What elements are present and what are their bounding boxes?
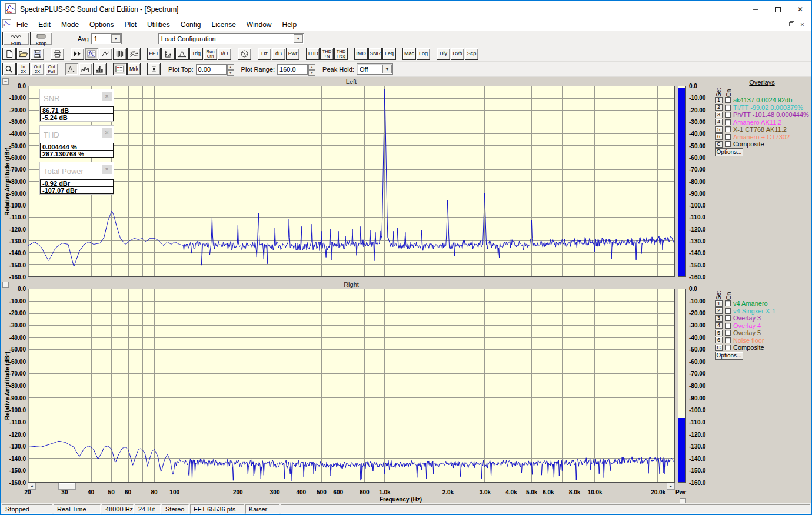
trigger-button[interactable]: Trig	[189, 48, 203, 60]
scope-button[interactable]: Scp	[465, 48, 478, 60]
plot-step-style-button[interactable]	[79, 63, 92, 75]
units-hz-button[interactable]: Hz	[258, 48, 271, 60]
marker-button[interactable]: Mrk	[127, 63, 141, 75]
menu-license[interactable]: License	[206, 19, 241, 31]
print-button[interactable]	[51, 48, 64, 60]
overlay-set-button-5[interactable]: 5	[715, 126, 723, 133]
menu-file[interactable]: File	[11, 19, 33, 31]
menu-mode[interactable]: Mode	[56, 19, 84, 31]
right-overlays-options-button[interactable]: Options...	[715, 352, 743, 360]
zoom-out-2x-button[interactable]: Out2X	[31, 63, 44, 75]
plot-range-input[interactable]: 160.0	[277, 64, 308, 75]
overlay-set-button-5[interactable]: 5	[715, 330, 723, 336]
snr-button[interactable]: SNR	[368, 48, 382, 60]
signal-generator-button[interactable]	[238, 48, 251, 60]
overlay-set-button-3[interactable]: 3	[715, 315, 723, 322]
power-button[interactable]: Pwr	[286, 48, 299, 60]
overlay-set-button-2[interactable]: 2	[715, 104, 723, 111]
mdi-restore-button[interactable]	[786, 19, 797, 30]
menu-plot[interactable]: Plot	[119, 19, 142, 31]
macro-button[interactable]: Mac	[402, 48, 416, 60]
close-icon[interactable]: ✕	[102, 165, 112, 174]
plot-bar-style-button[interactable]	[93, 63, 107, 75]
menu-options[interactable]: Options	[84, 19, 119, 31]
close-icon[interactable]: ✕	[102, 128, 112, 138]
overlay-on-checkbox-6[interactable]	[725, 134, 731, 140]
zoom-out-full-button[interactable]: OutFull	[45, 63, 58, 75]
stop-button[interactable]: Stop	[30, 32, 52, 45]
overlay-on-checkbox-C[interactable]	[725, 141, 731, 147]
save-button[interactable]	[31, 48, 44, 60]
fast-forward-button[interactable]	[71, 48, 84, 60]
plot-range-spinner[interactable]: ▲▼	[308, 64, 315, 75]
units-db-button[interactable]: dB	[272, 48, 285, 60]
minimize-button[interactable]: ─	[744, 1, 767, 18]
plot-top-spinner[interactable]: ▲▼	[227, 64, 234, 75]
overlay-on-checkbox-4[interactable]	[725, 119, 731, 125]
imd-button[interactable]: IMD	[354, 48, 368, 60]
delay-button[interactable]: Dly	[437, 48, 450, 60]
run-button[interactable]: Run	[2, 32, 29, 45]
overlay-set-button-6[interactable]: 6	[715, 337, 723, 343]
load-configuration-select[interactable]: Load Configuration ▼	[158, 33, 304, 44]
plot-top-input[interactable]: 0.00	[196, 64, 227, 75]
spectrogram-view-button[interactable]	[113, 48, 127, 60]
overlay-set-button-3[interactable]: 3	[715, 112, 723, 118]
reverb-button[interactable]: Rvb	[451, 48, 464, 60]
spinner-up-icon[interactable]: ▲	[227, 64, 234, 70]
surface-view-button[interactable]	[127, 48, 141, 60]
menu-help[interactable]: Help	[277, 19, 302, 31]
waveform-view-button[interactable]	[99, 48, 112, 60]
generator-curve-button[interactable]	[175, 48, 189, 60]
close-button[interactable]: ✕	[789, 1, 811, 18]
overlay-set-button-2[interactable]: 2	[715, 307, 723, 314]
menu-window[interactable]: Window	[241, 19, 277, 31]
spinner-down-icon[interactable]: ▼	[308, 70, 315, 76]
mdi-minimize-button[interactable]: –	[774, 19, 786, 30]
overlay-on-checkbox-5[interactable]	[725, 126, 731, 132]
plot-line-style-button[interactable]	[65, 63, 78, 75]
overlay-set-button-C[interactable]: C	[715, 141, 723, 148]
overlay-on-checkbox-6[interactable]	[725, 337, 731, 343]
overlay-on-checkbox-C[interactable]	[725, 345, 731, 350]
peak-hold-select[interactable]: Off ▼	[357, 63, 393, 75]
overlay-on-checkbox-2[interactable]	[725, 308, 731, 314]
menu-config[interactable]: Config	[175, 19, 207, 31]
cursor-button[interactable]	[147, 63, 161, 75]
close-icon[interactable]: ✕	[102, 92, 112, 101]
spinner-up-icon[interactable]: ▲	[308, 64, 315, 70]
menu-utilities[interactable]: Utilities	[142, 19, 175, 31]
overlay-set-button-1[interactable]: 1	[715, 300, 723, 307]
thd-freq-button[interactable]: THDFreq	[334, 48, 348, 60]
open-button[interactable]	[16, 48, 30, 60]
overlay-on-checkbox-5[interactable]	[725, 330, 731, 336]
run-control-button[interactable]: RunCtrl	[204, 48, 217, 60]
collapse-meter-button[interactable]: –	[680, 498, 686, 503]
io-device-button[interactable]: I/O	[218, 48, 231, 60]
overlay-set-button-4[interactable]: 4	[715, 322, 723, 329]
chevron-down-icon[interactable]: ▼	[294, 34, 303, 43]
legend-button[interactable]	[113, 63, 127, 75]
overlay-on-checkbox-2[interactable]	[725, 105, 731, 111]
overlay-on-checkbox-1[interactable]	[725, 300, 731, 306]
chevron-down-icon[interactable]: ▼	[111, 34, 121, 43]
overlay-set-button-C[interactable]: C	[715, 345, 723, 351]
thd-button[interactable]: THD	[306, 48, 320, 60]
overlay-on-checkbox-3[interactable]	[725, 315, 731, 321]
overlay-set-button-6[interactable]: 6	[715, 133, 723, 140]
chevron-down-icon[interactable]: ▼	[382, 65, 392, 73]
scaling-button[interactable]	[161, 48, 175, 60]
zoom-button[interactable]	[2, 63, 16, 75]
fft-settings-button[interactable]: FFT	[147, 48, 161, 60]
left-channel-plot[interactable]	[28, 86, 675, 277]
menu-edit[interactable]: Edit	[33, 19, 56, 31]
mdi-close-button[interactable]: ✕	[797, 19, 808, 30]
overlay-on-checkbox-3[interactable]	[725, 112, 731, 118]
overlay-on-checkbox-1[interactable]	[725, 97, 731, 103]
leq-button[interactable]: Leq	[382, 48, 396, 60]
maximize-button[interactable]	[767, 1, 789, 18]
new-button[interactable]	[2, 48, 16, 60]
zoom-in-2x-button[interactable]: In2X	[16, 63, 30, 75]
left-overlays-options-button[interactable]: Options...	[715, 148, 743, 156]
spinner-down-icon[interactable]: ▼	[227, 70, 234, 76]
